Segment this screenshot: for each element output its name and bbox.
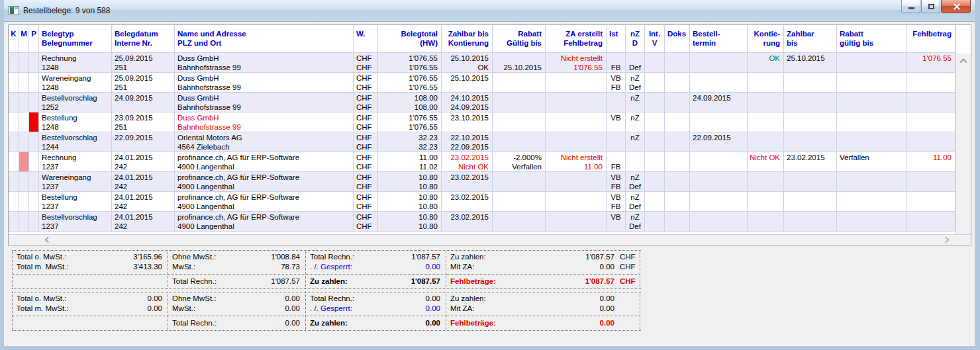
col-fehlbetrag xyxy=(906,192,956,211)
col-doks xyxy=(665,132,690,152)
header-rabatt[interactable]: RabattGültig bis xyxy=(493,25,546,52)
col-zahlbar-bis: 23.02.2015 xyxy=(442,192,493,211)
col-belegdatum: 24.09.2015 xyxy=(112,93,175,112)
col-za-erstellt xyxy=(546,93,607,112)
col-belegdatum: 22.09.2015 xyxy=(112,132,175,152)
col-belegdatum: 24.01.2015242 xyxy=(112,192,175,211)
col-zahlbar-bis-2 xyxy=(784,192,837,211)
table-header: K M P BelegtypBelegnummer BelegdatumInte… xyxy=(9,25,956,53)
col-belegdatum: 25.09.2015251 xyxy=(112,53,175,72)
table-row[interactable]: Bestellung1237 24.01.2015242 profinance.… xyxy=(9,192,956,212)
header-rabatt-gueltig-bis[interactable]: Rabattgültig bis xyxy=(837,25,906,52)
summary-row: Fehlbeträge:1'087.57CHF xyxy=(446,275,640,288)
header-zahlbar-bis[interactable]: Zahlbar bisKontierung xyxy=(442,25,493,52)
col-waehrung: CHFCHF xyxy=(354,212,378,231)
header-belegtotal[interactable]: Belegtotal(HW) xyxy=(378,25,442,52)
col-za-erstellt xyxy=(546,73,607,92)
header-m[interactable]: M xyxy=(19,25,29,52)
m-marker xyxy=(19,132,29,152)
table-row[interactable]: Rechnung1248 25.09.2015251 Duss GmbHBahn… xyxy=(9,53,956,73)
k-marker xyxy=(9,132,19,152)
col-za-erstellt: Nicht erstellt1'076.55 xyxy=(546,53,607,72)
col-bestelltermin xyxy=(690,192,748,211)
scroll-left-icon[interactable] xyxy=(45,237,52,243)
summary-row: Total Rechn.:1'087.57 xyxy=(306,252,446,262)
col-name-adresse: Oriental Motors AG4564 Zielebach xyxy=(175,132,354,152)
horizontal-scrollbar[interactable] xyxy=(9,234,971,245)
col-belegtyp: Wareneingang1237 xyxy=(39,172,112,191)
header-bestelltermin[interactable]: Bestell-termin xyxy=(690,25,748,52)
restore-button[interactable] xyxy=(921,0,940,13)
col-za-erstellt xyxy=(546,212,607,231)
col-doks xyxy=(665,152,690,171)
summary-row: Total Rechn.:1'087.57 xyxy=(168,275,305,288)
header-za-erstellt[interactable]: ZA erstelltFehlbetrag xyxy=(546,25,607,52)
table-row[interactable]: Bestellung1248 23.09.2015251 Duss GmbHBa… xyxy=(9,112,956,132)
col-fehlbetrag xyxy=(906,172,956,191)
col-rabatt: 25.10.2015 xyxy=(493,53,546,72)
col-zahlbar-bis-2 xyxy=(784,112,837,132)
col-belegtyp: Rechnung1248 xyxy=(39,53,112,72)
header-waehrung[interactable]: W. xyxy=(354,25,378,52)
header-int-v[interactable]: Int.V xyxy=(645,25,665,52)
header-k[interactable]: K xyxy=(9,25,19,52)
col-kontierung xyxy=(748,93,784,112)
col-za-erstellt xyxy=(546,192,607,211)
col-kontierung xyxy=(748,112,784,132)
table-row[interactable]: Wareneingang1237 24.01.2015242 profinanc… xyxy=(9,172,956,192)
col-fehlbetrag xyxy=(906,212,956,231)
col-zahlbar-bis-2: 25.10.2015 xyxy=(784,53,837,72)
col-belegtyp: Wareneingang1248 xyxy=(39,73,112,92)
table-row[interactable]: Bestellvorschlag1237 24.01.2015242 profi… xyxy=(9,212,956,232)
m-marker xyxy=(19,172,29,191)
summary-cell: Ohne MwSt.:0.00MwSt.:0.00Total Rechn.:0.… xyxy=(168,292,306,330)
header-belegdatum[interactable]: BelegdatumInterne Nr. xyxy=(112,25,175,52)
header-p[interactable]: P xyxy=(29,25,39,52)
header-kontierung[interactable]: Kontie-rung xyxy=(748,25,784,52)
col-zahlbar-bis: 22.10.201522.09.2015 xyxy=(442,132,493,152)
col-belegtyp: Bestellvorschlag1237 xyxy=(39,212,112,231)
header-doks[interactable]: Doks xyxy=(665,25,690,52)
summary-row: Fehlbeträge:0.00 xyxy=(446,316,640,330)
app-icon xyxy=(9,6,19,15)
col-belegtotal: 10.8010.80 xyxy=(378,192,442,211)
scroll-up-icon[interactable] xyxy=(959,58,967,66)
header-ist[interactable]: Ist xyxy=(607,25,626,52)
titlebar[interactable]: Bestellbelege: 9 von 588 xyxy=(4,0,975,22)
table-row[interactable]: Wareneingang1248 25.09.2015251 Duss GmbH… xyxy=(9,73,956,93)
close-button[interactable] xyxy=(941,0,971,13)
summary-row xyxy=(13,275,168,288)
table-row[interactable]: Bestellvorschlag1244 22.09.2015 Oriental… xyxy=(9,132,956,152)
col-waehrung: CHFCHF xyxy=(354,73,378,92)
col-waehrung: CHFCHF xyxy=(354,112,378,132)
scroll-right-icon[interactable] xyxy=(943,237,950,243)
vertical-scrollbar[interactable] xyxy=(956,25,971,234)
table-row[interactable]: Rechnung1237 24.01.2015242 profinance.ch… xyxy=(9,152,956,172)
p-marker xyxy=(29,112,39,132)
col-rabatt xyxy=(493,192,546,211)
header-name-adresse[interactable]: Name und AdressePLZ und Ort xyxy=(175,25,354,52)
col-name-adresse: Duss GmbHBahnhofstrasse 99 xyxy=(175,53,354,72)
summary-cell: Total Rechn.:0.00. /. Gesperrt:0.00Zu za… xyxy=(306,292,446,330)
summary-row: Zu zahlen:1'087.57CHF xyxy=(446,252,640,262)
header-nz-d[interactable]: nZD xyxy=(626,25,645,52)
minimize-button[interactable] xyxy=(901,0,920,13)
col-ist: VBFB xyxy=(607,73,626,92)
header-zahlbar-bis-2[interactable]: Zahlbarbis xyxy=(784,25,837,52)
col-fehlbetrag xyxy=(906,132,956,152)
col-kontierung xyxy=(748,172,784,191)
col-bestelltermin xyxy=(690,53,748,72)
col-rabatt xyxy=(493,112,546,132)
col-ist xyxy=(607,132,626,152)
summary-row: Mit ZA:0.00CHF xyxy=(446,262,640,272)
col-nz-d xyxy=(626,152,645,171)
col-bestelltermin: 22.09.2015 xyxy=(690,132,748,152)
m-marker xyxy=(19,192,29,211)
k-marker xyxy=(9,73,19,92)
summary-row: Total m. MwSt.:0.00 xyxy=(13,304,168,314)
col-nz-d: Def xyxy=(626,53,645,72)
table-row[interactable]: Bestellvorschlag1252 24.09.2015 Duss Gmb… xyxy=(9,93,956,112)
col-doks xyxy=(665,73,690,92)
header-fehlbetrag[interactable]: Fehlbetrag xyxy=(906,25,956,52)
header-belegtyp[interactable]: BelegtypBelegnummer xyxy=(39,25,112,52)
